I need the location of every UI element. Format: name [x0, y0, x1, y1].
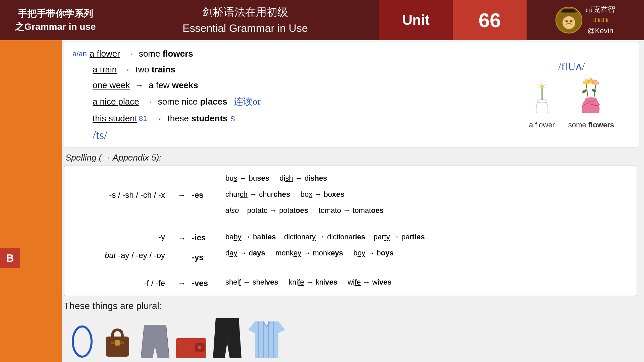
svg-point-33	[594, 82, 597, 85]
plural-card: a/an a flower → some flowers a train → t…	[64, 42, 639, 147]
svg-point-36	[73, 326, 92, 357]
arrow-ies: →	[172, 230, 192, 252]
plural-row-place: a nice place → some nice places 连读or	[72, 95, 513, 109]
spelling-row-ves: -f / -fe → -ves shelf → shelves knife → …	[64, 270, 637, 296]
pants-illustration	[213, 318, 241, 360]
examples-es: bus → buses dish → dishes church → churc…	[225, 171, 630, 219]
spelling-section: Spelling (→ Appendix 5): -s / -sh / -ch …	[62, 151, 644, 298]
annotation-81: 81	[139, 113, 147, 124]
annotation-lian-du: 连读or	[234, 95, 260, 109]
svg-point-13	[543, 81, 546, 85]
wallet-illustration	[176, 337, 206, 360]
rule-ves: -f / -fe	[71, 276, 172, 290]
examples-ves: shelf → shelves knife → knives wife → wi…	[225, 275, 630, 291]
shirt-illustration	[248, 321, 285, 360]
oval-illustration	[70, 325, 94, 360]
header-number: 66	[453, 0, 527, 40]
flower-single-label: a flower	[529, 121, 555, 129]
svg-point-15	[585, 98, 597, 102]
left-sidebar: B	[0, 40, 62, 362]
svg-point-27	[592, 79, 595, 82]
svg-point-32	[597, 82, 599, 84]
header: 手把手带你学系列 之Grammar in use 剑桥语法在用初级 Essent…	[0, 0, 644, 40]
avatar	[555, 7, 582, 34]
plural-examples: a/an a flower → some flowers a train → t…	[72, 47, 513, 142]
svg-rect-37	[106, 337, 129, 357]
section-b-label: B	[6, 252, 14, 264]
plural-row-week: one week → a few weeks	[72, 79, 513, 92]
flower-single: a flower	[529, 81, 555, 129]
svg-point-25	[587, 79, 590, 82]
svg-point-28	[590, 80, 592, 83]
unit-label: Unit	[402, 12, 430, 28]
svg-point-20	[583, 81, 585, 84]
annotation-a-an: a/an	[72, 48, 87, 59]
arrow-ves: →	[172, 276, 192, 290]
bottom-images	[64, 315, 639, 360]
svg-point-26	[590, 78, 592, 80]
header-center-text: 剑桥语法在用初级 Essential Grammar in Use	[182, 4, 308, 36]
result-es: -es	[192, 188, 225, 202]
arrow-es: →	[172, 188, 192, 202]
result-ves: -ves	[192, 276, 225, 290]
section-b-badge: B	[0, 248, 20, 268]
spelling-table: -s / -sh / -ch / -x → -es bus → buses di…	[64, 166, 637, 296]
flower-plural: some flowers	[568, 78, 614, 129]
flower-plural-label: some flowers	[568, 121, 614, 129]
plural-row-flower: a/an a flower → some flowers	[72, 47, 513, 60]
examples-ies: baby → babies dictionary → dictionaries …	[225, 230, 630, 262]
header-center: 剑桥语法在用初级 Essential Grammar in Use	[111, 0, 379, 40]
svg-point-3	[562, 16, 575, 29]
annotation-s: s	[230, 111, 235, 125]
header-left-text: 手把手带你学系列 之Grammar in use	[15, 7, 96, 33]
header-unit: Unit	[379, 0, 453, 40]
jeans-illustration	[141, 325, 169, 360]
header-left: 手把手带你学系列 之Grammar in use	[0, 0, 111, 40]
plural-row-train: a train → two trains	[72, 63, 513, 76]
svg-rect-2	[562, 9, 575, 12]
svg-point-14	[540, 85, 544, 88]
svg-point-12	[538, 81, 541, 85]
header-right: 昂克君智 BiliBili @Kevin	[527, 0, 644, 40]
phonetic-flower: /flUʌ/	[558, 60, 585, 73]
plural-row-student: this student 81 → these students s	[72, 111, 513, 125]
unit-number: 66	[479, 9, 501, 32]
rule-ies: -y but -ay / -ey / -oy	[71, 230, 172, 262]
result-ies: -ies -ys	[192, 230, 225, 264]
svg-point-30	[592, 82, 595, 84]
spelling-row-es: -s / -sh / -ch / -x → -es bus → buses di…	[64, 166, 637, 224]
rule-es: -s / -sh / -ch / -x	[71, 188, 172, 202]
svg-point-45	[198, 346, 201, 349]
phonetic-ts: /ts/	[93, 128, 513, 142]
bag-illustration	[101, 325, 134, 360]
section-b-title: These things are plural:	[64, 301, 639, 311]
flower-illustrations: a flower	[529, 78, 614, 129]
svg-point-21	[585, 79, 588, 82]
main-content: B a/an a flower → some flowers a train →…	[0, 40, 644, 362]
svg-point-6	[537, 100, 547, 103]
svg-rect-39	[115, 340, 120, 346]
content-area: a/an a flower → some flowers a train → t…	[62, 40, 644, 362]
spelling-title: Spelling (→ Appendix 5):	[64, 153, 639, 163]
section-b-content: These things are plural:	[62, 298, 644, 361]
header-brand: 昂克君智 BiliBili @Kevin	[586, 3, 615, 37]
svg-point-23	[585, 82, 588, 84]
svg-point-31	[594, 80, 597, 82]
flower-area: /flUʌ/	[513, 60, 630, 129]
spelling-row-ies: -y but -ay / -ey / -oy → -ies -ys baby →…	[64, 224, 637, 270]
svg-point-35	[591, 88, 597, 93]
